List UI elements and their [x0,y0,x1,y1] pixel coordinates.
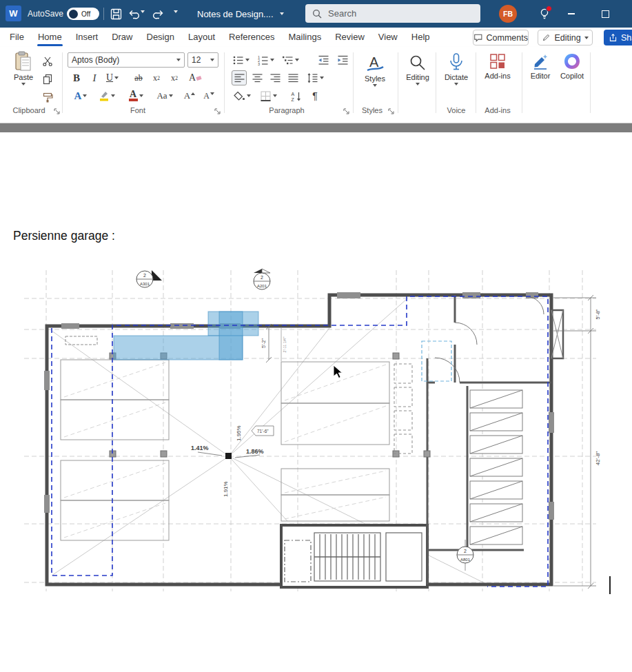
editing-mode-dropdown[interactable]: Editing [538,30,593,45]
addins-button[interactable]: Add-ins [480,52,516,80]
share-label: Share [621,33,632,43]
superscript-button[interactable]: x2 [167,70,182,85]
search-input[interactable] [327,8,467,19]
change-case-button[interactable]: Aa [154,88,175,103]
text-effects-button[interactable]: A [70,88,91,103]
styles-dialog-launcher[interactable] [387,108,395,115]
autosave-toggle[interactable]: Off [67,8,99,20]
bullet-list-icon [232,54,244,66]
subscript-digit: 2 [157,75,160,81]
font-name-value: Aptos (Body) [72,55,119,65]
comments-button[interactable]: Comments [473,30,529,45]
search-box[interactable] [305,4,480,23]
arrow-down-icon [210,92,214,95]
floorplan-image[interactable]: 1.41% 1.86% 1.91% 1.95% 71'-6" 2 A301 2 … [13,267,613,594]
sort-button[interactable]: A Z [288,88,303,103]
tab-view[interactable]: View [371,28,405,47]
maximize-icon [602,10,609,18]
redo-button[interactable] [150,6,167,22]
strikethrough-button[interactable]: ab [131,70,146,85]
tab-layout[interactable]: Layout [181,28,222,47]
text-effects-glyph: A [74,90,82,102]
clear-formatting-button[interactable]: A [187,70,203,85]
font-color-button[interactable]: A [125,88,146,103]
underline-button[interactable]: U [102,70,123,85]
tab-design[interactable]: Design [140,28,181,47]
document-title[interactable]: Notes de Design.... [197,0,284,28]
decrease-indent-icon [318,54,329,66]
multilevel-list-button[interactable] [280,52,300,68]
group-separator [398,52,398,113]
grow-font-glyph: A [184,90,190,101]
bullets-button[interactable] [230,52,251,68]
italic-button[interactable]: I [87,70,102,85]
font-name-combobox[interactable]: Aptos (Body) [68,52,185,68]
font-dialog-launcher[interactable] [214,108,221,115]
shrink-font-button[interactable]: A [201,88,216,103]
bold-button[interactable]: B [69,70,84,85]
undo-menu-chevron[interactable] [141,13,145,26]
tab-insert[interactable]: Insert [69,28,105,47]
account-avatar[interactable]: FB [499,5,517,23]
whats-new-button[interactable] [536,6,553,22]
shading-button[interactable] [232,88,252,103]
paragraph-dialog-launcher[interactable] [343,108,350,115]
word-app-icon[interactable]: W [6,6,21,21]
align-right-button[interactable] [267,70,283,85]
line-spacing-button[interactable] [305,70,325,85]
justify-button[interactable] [285,70,300,85]
tab-references[interactable]: References [222,28,281,47]
comment-icon [473,33,483,43]
justify-icon [287,72,299,84]
copy-button[interactable] [40,72,55,87]
text-effects-chevron-icon [83,94,87,97]
tab-help[interactable]: Help [405,28,437,47]
quick-access-chevron[interactable] [174,13,178,26]
share-button[interactable]: Share [604,30,632,45]
tab-mailings[interactable]: Mailings [282,28,329,47]
dialog-launcher-icon [54,108,60,114]
format-painter-button[interactable] [40,90,55,105]
styles-button[interactable]: A Styles [357,52,393,87]
tab-draw[interactable]: Draw [105,28,139,47]
undo-icon [128,8,140,20]
group-separator [62,52,63,113]
addins-label: Add-ins [485,72,510,80]
align-center-button[interactable] [249,70,265,85]
show-formatting-button[interactable]: ¶ [307,88,323,103]
save-button[interactable] [108,6,124,22]
subscript-button[interactable]: x2 [149,70,164,85]
font-size-combobox[interactable]: 12 [187,52,218,68]
clipboard-dialog-launcher[interactable] [53,108,61,115]
undo-button[interactable] [125,6,142,22]
dictate-button[interactable]: Dictate [440,52,473,85]
decrease-indent-button[interactable] [316,52,331,68]
align-left-button[interactable] [232,70,247,85]
font-color-chevron-icon [139,94,143,97]
paste-button[interactable]: Paste [8,51,39,85]
minimize-button[interactable] [555,0,587,28]
borders-button[interactable] [258,88,278,103]
maximize-button[interactable] [590,0,621,28]
editor-button[interactable]: Editor [527,52,554,80]
highlight-color-button[interactable] [96,88,117,103]
sort-a-glyph: A [291,91,294,96]
tab-review[interactable]: Review [328,28,371,47]
comments-label: Comments [487,33,528,43]
titlebar-divider [103,8,104,20]
align-right-icon [269,72,281,84]
line-spacing-chevron-icon [320,77,324,79]
clipboard-group-label: Clipboard [4,106,54,114]
floor-drain [225,453,232,459]
increase-indent-button[interactable] [335,52,350,68]
numbering-button[interactable]: 1 2 3 [255,52,276,68]
tab-file[interactable]: File [3,28,31,47]
cut-button[interactable] [40,54,55,69]
document-page[interactable]: Persienne garage : [0,132,632,672]
styles-icon: A [365,52,385,73]
tab-home[interactable]: Home [31,28,69,47]
grow-font-button[interactable]: A [182,88,197,103]
editing-group-button[interactable]: Editing [401,54,434,85]
superscript-digit: 2 [175,75,178,81]
copilot-button[interactable]: Copilot [557,52,587,80]
